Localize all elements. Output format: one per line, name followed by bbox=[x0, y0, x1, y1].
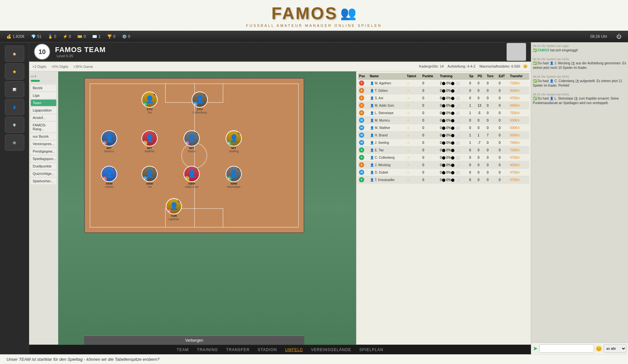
remove-brand[interactable]: ✕ bbox=[196, 130, 200, 134]
table-row[interactable]: S 👤 T. Kreutzadler ☆ 0 0⬤ 0%⬤ ⬜ 0 0 0 0 … bbox=[358, 176, 529, 184]
power-icon[interactable]: ⏻ bbox=[616, 34, 622, 39]
bottom-nav-spielplan[interactable]: SPIELPLAN bbox=[359, 348, 383, 352]
nav-diamonds[interactable]: 💎 51 bbox=[31, 34, 41, 39]
sidebar-icon-shield[interactable]: 🛡️ bbox=[5, 117, 24, 133]
cell-tore: 0 bbox=[486, 176, 498, 184]
remove-tas[interactable]: ✕ bbox=[153, 91, 158, 96]
cell-transfer[interactable]: 405€⚙ bbox=[509, 161, 529, 169]
table-row[interactable]: M 👤 M. Walther ☆ 0 0⬤ 0%⬤ ⬜ 0 0 0 0 500€… bbox=[358, 124, 529, 132]
table-row[interactable]: M 👤 D. Dubiel ☆ 0 0⬤ 0%⬤ ⬜ 0 0 0 0 475€⚙ bbox=[358, 169, 529, 176]
left-nav-bezirk[interactable]: Bezirk bbox=[31, 85, 56, 91]
left-nav-prestigegew[interactable]: Prestigegew... bbox=[31, 148, 56, 155]
left-nav-ligaposition[interactable]: Ligaposition bbox=[31, 107, 56, 113]
left-nav-vereinspres[interactable]: Vereinspres... bbox=[31, 141, 56, 147]
player-stu-tas[interactable]: 👤 ✕ ⚽ STU Tas bbox=[141, 91, 158, 114]
remove-agethen[interactable]: ✕ bbox=[178, 198, 182, 202]
remove-axt[interactable]: ✕ bbox=[153, 166, 158, 170]
sidebar-icon-home[interactable]: 🏠 bbox=[5, 46, 24, 62]
cell-transfer[interactable]: 725€⚙ bbox=[509, 146, 529, 154]
sidebar-icon-chart[interactable]: 📊 bbox=[5, 81, 24, 97]
chart-icon: 📊 bbox=[13, 88, 16, 91]
table-row[interactable]: S 👤 E. Tas ☆ 0 0⬤ 0%⬤ ⬜ 0 0 0 0 725€⚙ bbox=[358, 146, 529, 154]
left-nav-duellpunkte[interactable]: Duellpunkte bbox=[31, 163, 56, 169]
player-mit-walther[interactable]: 👤 ✕ ⚽ MIT Walther bbox=[141, 130, 158, 153]
pos-label-steinsiepe: ABW bbox=[230, 182, 237, 185]
table-row[interactable]: M 👤 M. Mumcu ☆ 0 0⬤ 0%⬤ ⬜ 0 0 0 0 500€⚙ bbox=[358, 117, 529, 124]
player-stu-collenberg[interactable]: 👤 ✕ ⚽ STU Collenberg bbox=[192, 91, 208, 114]
left-nav-quizrichtige[interactable]: Quizrichtige... bbox=[31, 170, 56, 177]
player-mit-seeling[interactable]: 👤 ✕ ⚽ MIT Seeling bbox=[226, 130, 242, 153]
remove-walther[interactable]: ✕ bbox=[153, 130, 158, 134]
cell-transfer[interactable]: 595€⚙ bbox=[509, 102, 529, 109]
left-nav-anstof[interactable]: Anstof... bbox=[31, 114, 56, 121]
cell-transfer[interactable]: 745€⚙ bbox=[509, 139, 529, 146]
content-area: 10 FAMOS TEAM Level 6.35 +2 Digits +5% D… bbox=[29, 42, 531, 354]
emoji-icon[interactable]: 😊 bbox=[596, 346, 602, 352]
cell-transfer[interactable]: 500€⚙ bbox=[509, 117, 529, 124]
table-row[interactable]: T 👤 M. Agethen ☆ 0 2⬤ 0%⬤ ⬜ 0 0 0 0 725€… bbox=[358, 80, 529, 87]
player-tor-agethen[interactable]: 👤 ✕ ⚽ TOR Agethen bbox=[166, 198, 182, 221]
player-abw-addosom[interactable]: 👤 ✕ ⚽ ABW Addo Som bbox=[184, 166, 200, 188]
left-nav-spielvorher[interactable]: Spielvorher... bbox=[31, 178, 56, 184]
remove-mumcu[interactable]: ✕ bbox=[113, 130, 117, 134]
remove-seeling[interactable]: ✕ bbox=[238, 130, 242, 134]
bottom-nav-umfeld[interactable]: UMFELD bbox=[285, 348, 303, 352]
cell-transfer[interactable]: 565€⚙ bbox=[509, 132, 529, 139]
cell-transfer[interactable]: 500€⚙ bbox=[509, 87, 529, 94]
cell-transfer[interactable]: 500€⚙ bbox=[509, 124, 529, 132]
nav-settings[interactable]: ⚙️ 0 bbox=[122, 34, 130, 39]
cell-transfer[interactable]: 475€⚙ bbox=[509, 154, 529, 161]
left-nav-spieltagspun[interactable]: Spieltagspun... bbox=[31, 155, 56, 162]
status-text: Unser TEAM ist startklar für den Spielta… bbox=[6, 357, 160, 362]
table-row[interactable]: A 👤 J. Wecking ☆ 0 0⬤ 0%⬤ ⬜ 0 0 0 0 405€… bbox=[358, 161, 529, 169]
stats-tbody: T 👤 M. Agethen ☆ 0 2⬤ 0%⬤ ⬜ 0 0 0 0 725€… bbox=[358, 80, 529, 184]
sub-nav-game[interactable]: +35% Game bbox=[73, 65, 93, 69]
bottom-nav-stadion[interactable]: STADION bbox=[258, 348, 277, 352]
bottom-nav-training[interactable]: TRAINING bbox=[197, 348, 218, 352]
bottom-nav-transfer[interactable]: TRANSFER bbox=[226, 348, 250, 352]
left-nav-nur-bezirk[interactable]: nur Bezirk bbox=[31, 133, 56, 140]
left-nav-liga[interactable]: Liga bbox=[31, 92, 56, 99]
hide-button[interactable]: Verbergen bbox=[84, 336, 304, 345]
player-abw-steinsiepe[interactable]: 👤 ✕ ⚽ ABW Steinsiepe bbox=[226, 166, 242, 188]
sidebar-icon-settings[interactable]: ⚙️ bbox=[5, 134, 24, 151]
cell-transfer[interactable]: 475€⚙ bbox=[509, 176, 529, 184]
settings-icon: ⚙️ bbox=[122, 34, 127, 39]
chat-input[interactable] bbox=[539, 344, 594, 353]
sidebar-icon-star[interactable]: ⭐ bbox=[5, 63, 24, 80]
nav-trophy-val: 0 bbox=[113, 34, 116, 39]
bottom-nav-vereinsgelaende[interactable]: VEREINSGELÄNDE bbox=[311, 348, 351, 352]
sub-nav: +2 Digits +5% Digits +35% Game Kadergröß… bbox=[29, 62, 531, 71]
cell-transfer[interactable]: 475€⚙ bbox=[509, 169, 529, 176]
left-nav-famos-rang[interactable]: FAMOS-Rang... bbox=[31, 122, 56, 132]
chat-msg-4: 08:29 Uhr System (an Dich): ✅ Du hast 👤 … bbox=[533, 92, 626, 108]
remove-gebes[interactable]: ✕ bbox=[113, 166, 117, 170]
player-abw-gebes[interactable]: 👤 ✕ ⚽ ABW Gebes bbox=[101, 166, 117, 188]
sub-nav-digits2[interactable]: +5% Digits bbox=[51, 65, 68, 69]
table-row[interactable]: A 👤 T. Gebes ☆ 0 0⬤ 0%⬤ ⬜ 0 0 0 0 500€⚙ bbox=[358, 87, 529, 94]
nav-messages[interactable]: ✉️ 1 bbox=[92, 34, 101, 39]
player-mit-brand[interactable]: 👤 ✕ ⚽ MIT Brand bbox=[184, 130, 200, 153]
remove-steinsiepe[interactable]: ✕ bbox=[238, 166, 242, 170]
left-nav-team[interactable]: Team bbox=[31, 100, 56, 106]
table-row[interactable]: M 👤 H. Brand ☆ 0 0⬤ 0%⬤ ⬜ 1 1 7 0 565€⚙ bbox=[358, 132, 529, 139]
cell-transfer[interactable]: 755€⚙ bbox=[509, 109, 529, 117]
remove-collenberg[interactable]: ✕ bbox=[204, 91, 208, 96]
table-row[interactable]: A 👤 L. Steinsiepe ☆ 0 0⬤ 0%⬤ ⬜ 1 -5 0 0 … bbox=[358, 109, 529, 117]
table-row[interactable]: A 👤 M. Addo Som ☆ 0 0⬤ 0%⬤ ⬜ 1 13 0 0 59… bbox=[358, 102, 529, 109]
table-row[interactable]: A 👤 S. Axt ☆ 0 0⬤ 0%⬤ ⬜ 0 0 0 0 475€⚙ bbox=[358, 94, 529, 102]
table-row[interactable]: M 👤 J. Seeling ☆ 0 0⬤ 0%⬤ ⬜ 1 -7 0 0 745… bbox=[358, 139, 529, 146]
chat-recipient-select[interactable]: an alle an Liga an Bezirk bbox=[604, 344, 626, 353]
chat-send-icon[interactable]: ➤ bbox=[533, 345, 538, 352]
player-mit-mumcu[interactable]: 👤 ✕ ⚽ MIT Mumcu bbox=[101, 130, 117, 153]
currency-icon: 💰 bbox=[6, 34, 11, 39]
cell-transfer[interactable]: 475€⚙ bbox=[509, 94, 529, 102]
sidebar-icon-person[interactable]: 👤 bbox=[5, 99, 24, 115]
sub-nav-digits1[interactable]: +2 Digits bbox=[32, 65, 46, 69]
remove-addosom[interactable]: ✕ bbox=[196, 166, 200, 170]
cell-transfer[interactable]: 725€⚙ bbox=[509, 80, 529, 87]
player-abw-axt[interactable]: 👤 ✕ ⚽ ABW Axt bbox=[141, 166, 158, 188]
nav-currency[interactable]: 💰 1.820€ bbox=[6, 34, 25, 39]
bottom-nav-team[interactable]: TEAM bbox=[177, 348, 189, 352]
table-row[interactable]: S 👤 C. Collenberg ☆ 0 0⬤ 0%⬤ ⬜ 0 0 0 0 4… bbox=[358, 154, 529, 161]
